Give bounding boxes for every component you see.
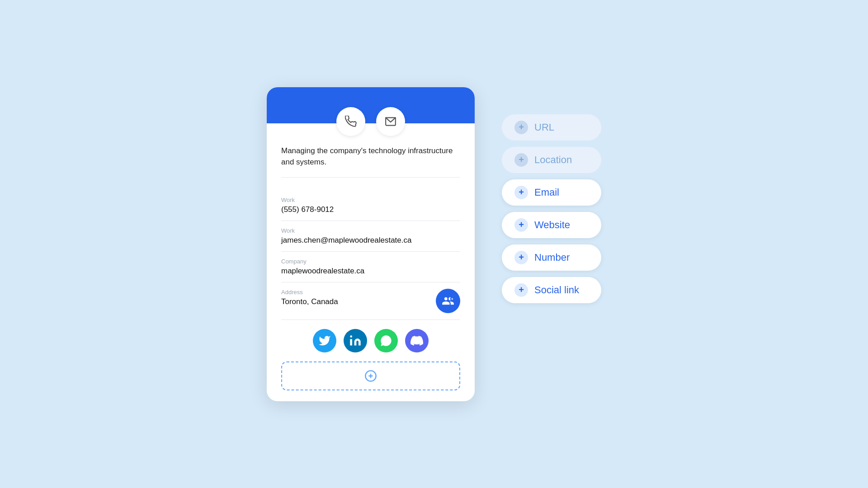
card-header: [267, 87, 475, 123]
add-more-button[interactable]: [281, 361, 460, 390]
description-text: Managing the company's technology infras…: [281, 145, 460, 178]
phone-icon: [345, 116, 357, 127]
mail-icon: [385, 116, 396, 127]
email-plus-icon: +: [514, 186, 528, 199]
card-body: Managing the company's technology infras…: [267, 123, 475, 401]
url-button[interactable]: + URL: [502, 114, 601, 141]
work-email-label: Work: [281, 227, 460, 234]
add-circle-icon: [364, 370, 377, 382]
url-label: URL: [534, 122, 554, 133]
location-button[interactable]: + Location: [502, 147, 601, 173]
company-label: Company: [281, 258, 460, 265]
work-phone-label: Work: [281, 197, 460, 203]
number-plus-icon: +: [514, 251, 528, 264]
right-panel: + URL + Location + Email + Website + Num…: [502, 87, 601, 303]
website-label: Website: [534, 219, 570, 231]
email-action-button[interactable]: + Email: [502, 179, 601, 206]
website-plus-icon: +: [514, 218, 528, 232]
social-links-row: [281, 320, 460, 358]
email-action-label: Email: [534, 187, 559, 198]
field-company: Company maplewoodrealestate.ca: [281, 252, 460, 282]
field-address: Address Toronto, Canada +: [281, 282, 460, 320]
url-plus-icon: +: [514, 121, 528, 134]
work-email-value: james.chen@maplewoodrealestate.ca: [281, 236, 460, 245]
twitter-icon[interactable]: [313, 329, 336, 352]
work-phone-value: (555) 678-9012: [281, 205, 460, 214]
discord-icon[interactable]: [405, 329, 429, 352]
address-label: Address: [281, 289, 338, 296]
website-button[interactable]: + Website: [502, 212, 601, 238]
main-container: Managing the company's technology infras…: [267, 87, 601, 401]
company-value: maplewoodrealestate.ca: [281, 267, 460, 276]
phone-button[interactable]: [336, 107, 365, 136]
social-link-plus-icon: +: [514, 283, 528, 297]
social-link-button[interactable]: + Social link: [502, 277, 601, 303]
number-button[interactable]: + Number: [502, 244, 601, 271]
field-work-email: Work james.chen@maplewoodrealestate.ca: [281, 221, 460, 252]
svg-point-3: [350, 335, 352, 338]
whatsapp-icon[interactable]: [374, 329, 398, 352]
address-content: Address Toronto, Canada: [281, 289, 338, 306]
add-contact-button[interactable]: +: [436, 289, 460, 313]
location-plus-icon: +: [514, 153, 528, 167]
contact-card: Managing the company's technology infras…: [267, 87, 475, 401]
field-work-phone: Work (555) 678-9012: [281, 190, 460, 221]
add-contact-icon: +: [442, 295, 454, 307]
address-value: Toronto, Canada: [281, 297, 338, 306]
email-button[interactable]: [376, 107, 405, 136]
linkedin-icon[interactable]: [344, 329, 367, 352]
svg-text:+: +: [451, 296, 454, 301]
number-label: Number: [534, 252, 570, 263]
location-label: Location: [534, 154, 572, 166]
social-link-label: Social link: [534, 284, 579, 296]
